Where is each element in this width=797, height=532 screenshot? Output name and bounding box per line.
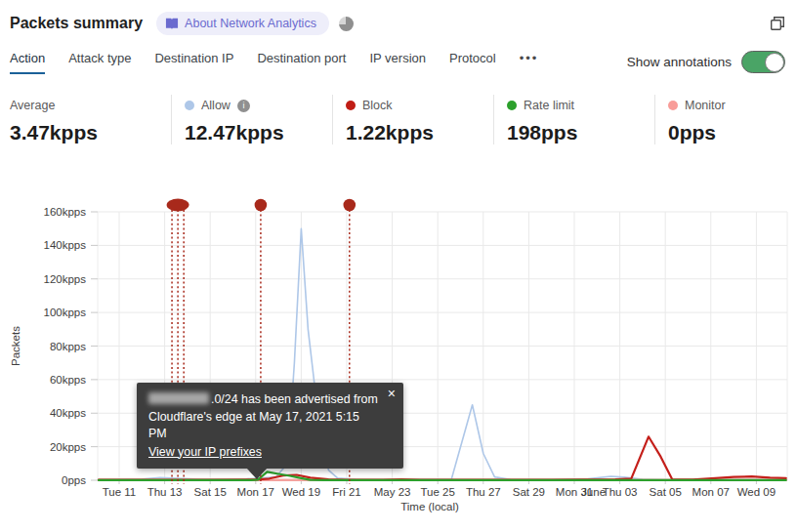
svg-text:60kpps: 60kpps: [50, 374, 86, 386]
badge-label: About Network Analytics: [185, 17, 316, 30]
info-icon[interactable]: i: [237, 100, 250, 112]
packets-chart[interactable]: 0pps20kpps40kpps60kpps80kpps100kpps120kp…: [0, 185, 797, 532]
svg-text:140kpps: 140kpps: [44, 239, 87, 251]
show-annotations-toggle[interactable]: [741, 51, 785, 73]
tab-action[interactable]: Action: [10, 51, 45, 74]
about-network-analytics-badge[interactable]: About Network Analytics: [156, 12, 329, 35]
block-dot: [346, 101, 356, 110]
svg-text:Mon 17: Mon 17: [237, 486, 274, 498]
allow-dot: [185, 101, 194, 110]
svg-text:Sat 29: Sat 29: [513, 486, 545, 498]
annotations-control: Show annotations: [627, 51, 785, 73]
svg-text:Thu 13: Thu 13: [147, 486, 183, 498]
stat-label: Average: [10, 99, 55, 112]
header: Packets summary About Network Analytics: [10, 10, 785, 37]
annotation-tooltip: .0/24 has been advertised from Cloudflar…: [137, 383, 403, 469]
svg-text:Tue 25: Tue 25: [421, 486, 455, 498]
tooltip-arrow: [246, 468, 268, 479]
stat-value: 0pps: [668, 121, 797, 144]
monitor-dot: [668, 101, 678, 110]
close-icon[interactable]: ×: [388, 387, 396, 400]
svg-text:Wed 19: Wed 19: [282, 486, 320, 498]
svg-text:Sat 05: Sat 05: [650, 486, 682, 498]
rate-limit-dot: [507, 101, 517, 110]
tab-bar: Action Attack type Destination IP Destin…: [10, 51, 785, 76]
stats-row: Average 3.47kpps Allow i 12.47kpps Block…: [10, 95, 797, 144]
svg-text:Thu 27: Thu 27: [466, 486, 501, 498]
svg-text:100kpps: 100kpps: [44, 307, 87, 318]
stat-label: Block: [362, 99, 393, 112]
svg-text:120kpps: 120kpps: [44, 273, 87, 285]
stat-rate-limit: Rate limit 198pps: [493, 95, 654, 144]
svg-text:40kpps: 40kpps: [50, 407, 86, 419]
pie-chart-icon[interactable]: [339, 17, 354, 31]
stat-value: 1.22kpps: [346, 121, 493, 144]
page-title: Packets summary: [10, 15, 143, 32]
stat-value: 12.47kpps: [185, 121, 332, 144]
svg-text:Packets: Packets: [10, 326, 21, 366]
book-icon: [165, 18, 179, 30]
svg-text:Tue 11: Tue 11: [103, 486, 137, 498]
svg-text:Sat 15: Sat 15: [194, 486, 227, 498]
stat-block: Block 1.22kpps: [332, 95, 493, 144]
stat-monitor: Monitor 0pps: [654, 95, 797, 144]
tab-protocol[interactable]: Protocol: [449, 51, 496, 72]
svg-text:May 23: May 23: [374, 486, 411, 498]
stat-label: Rate limit: [524, 99, 574, 112]
more-tabs-icon[interactable]: •••: [520, 51, 539, 72]
svg-text:20kpps: 20kpps: [50, 441, 86, 453]
tab-destination-port[interactable]: Destination port: [257, 51, 346, 72]
view-ip-prefixes-link[interactable]: View your IP prefixes: [148, 444, 262, 462]
tooltip-line1: .0/24 has been advertised from: [148, 391, 378, 409]
svg-text:160kpps: 160kpps: [44, 206, 87, 218]
stat-value: 198pps: [507, 121, 654, 144]
svg-text:Thu 03: Thu 03: [603, 486, 638, 498]
stat-average: Average 3.47kpps: [10, 95, 171, 144]
stat-label: Monitor: [685, 99, 726, 112]
svg-text:Wed 09: Wed 09: [737, 486, 776, 498]
tab-attack-type[interactable]: Attack type: [68, 51, 131, 72]
redacted-ip-prefix: [148, 392, 209, 404]
svg-text:Fri 21: Fri 21: [332, 486, 360, 498]
svg-text:Time (local): Time (local): [400, 501, 459, 512]
toggle-knob: [765, 53, 784, 72]
svg-text:0pps: 0pps: [62, 474, 86, 486]
stat-label: Allow: [201, 99, 231, 112]
tab-ip-version[interactable]: IP version: [369, 51, 426, 72]
svg-text:Mon 07: Mon 07: [692, 486, 730, 498]
tab-destination-ip[interactable]: Destination IP: [154, 51, 233, 72]
tooltip-line2: Cloudflare's edge at May 17, 2021 5:15 P…: [148, 409, 378, 443]
stat-value: 3.47kpps: [10, 121, 171, 144]
stat-allow: Allow i 12.47kpps: [171, 95, 332, 144]
popout-window-icon[interactable]: [770, 16, 785, 31]
svg-text:80kpps: 80kpps: [50, 341, 86, 352]
show-annotations-label: Show annotations: [627, 55, 732, 69]
